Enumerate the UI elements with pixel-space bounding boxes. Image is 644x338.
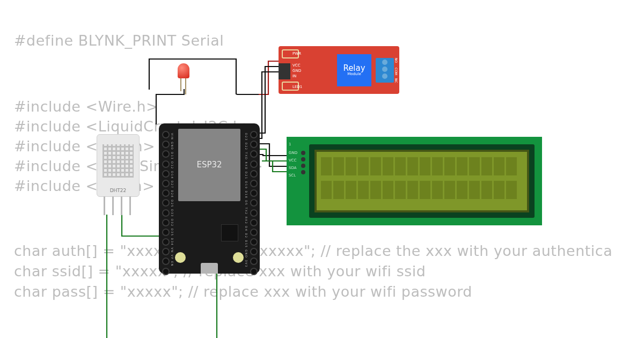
led-component[interactable] xyxy=(178,63,189,78)
lcd-row xyxy=(317,175,527,199)
relay-term-no: NO xyxy=(394,58,398,63)
relay-pin-led1: LED1 xyxy=(292,85,302,89)
relay-terminal-block xyxy=(376,58,394,83)
dht-grill xyxy=(103,144,134,178)
lcd-pin-gnd: GND xyxy=(289,151,297,155)
esp32-board[interactable]: ESP32 VIN GND D13 D12 D14 D27 D26 D25 D3… xyxy=(159,123,260,274)
lcd-i2c-display[interactable]: 1 GND VCC SDA SCL xyxy=(287,137,542,225)
esp32-pins-right xyxy=(250,131,257,275)
dht22-sensor[interactable]: DHT22 xyxy=(97,134,140,197)
led-cathode xyxy=(180,78,181,91)
dht-label: DHT22 xyxy=(97,188,139,193)
relay-term-nc: NC xyxy=(394,78,398,83)
esp32-shield: ESP32 xyxy=(178,129,240,201)
relay-term-com: COM xyxy=(394,68,398,75)
lcd-bezel xyxy=(309,144,535,218)
esp32-pinlabels-right: D23 D22 TXD RXD D21 D19 D18 D5 TX2 RX2 D… xyxy=(245,133,248,268)
relay-pin-in: IN xyxy=(292,74,296,78)
relay-subtitle: Module xyxy=(347,72,361,76)
lcd-screen xyxy=(314,150,529,212)
relay-pin-vcc: VCC xyxy=(292,63,301,68)
relay-coil: Relay Module xyxy=(337,54,371,86)
dht-pin xyxy=(104,196,105,215)
esp32-pins-left xyxy=(162,131,169,275)
relay-pin-gnd: GND xyxy=(292,69,301,73)
lcd-pin-sda: SDA xyxy=(289,166,297,170)
canvas: #define BLYNK_PRINT Serial #include <Wir… xyxy=(0,0,644,338)
lcd-pin-1: 1 xyxy=(289,142,291,146)
esp32-label: ESP32 xyxy=(178,129,240,170)
esp32-en-button[interactable] xyxy=(233,252,244,263)
lcd-header xyxy=(301,150,305,175)
lcd-pin-vcc: VCC xyxy=(289,158,297,163)
dht-pin xyxy=(112,196,114,215)
dht-pin xyxy=(121,196,122,215)
led-anode xyxy=(185,78,186,94)
esp32-boot-button[interactable] xyxy=(175,252,186,263)
relay-module[interactable]: PWR VCC GND IN LED1 Relay Module NO COM … xyxy=(279,46,399,94)
lcd-row xyxy=(317,152,527,175)
relay-pin-pwr: PWR xyxy=(292,52,301,56)
lcd-pin-scl: SCL xyxy=(289,173,296,178)
esp32-usb-port xyxy=(201,263,218,274)
relay-title: Relay xyxy=(343,64,365,72)
esp32-pinlabels-left: VIN GND D13 D12 D14 D27 D26 D25 D33 D32 … xyxy=(171,133,174,267)
relay-header xyxy=(279,63,290,79)
dht-pin xyxy=(129,196,131,215)
esp32-chip-icon xyxy=(221,224,238,241)
led-bulb xyxy=(178,63,189,78)
